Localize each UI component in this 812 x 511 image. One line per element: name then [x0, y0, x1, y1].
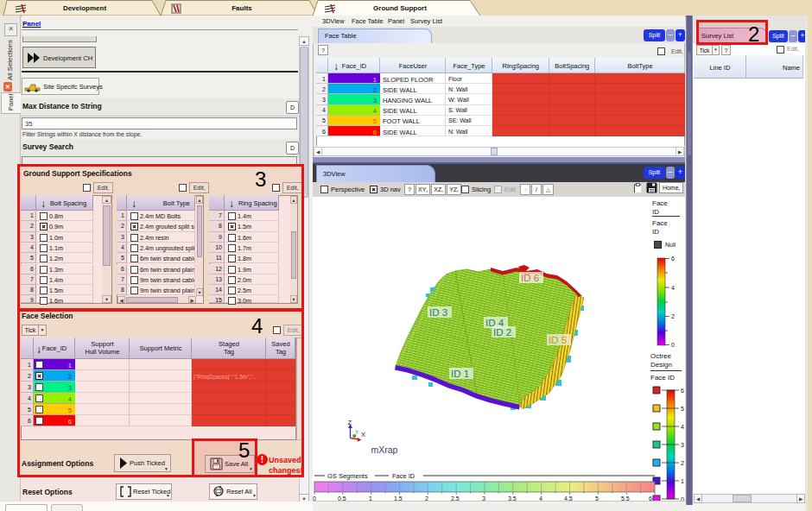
svg-text:6: 6 — [671, 256, 675, 262]
svg-text:2: 2 — [671, 313, 675, 319]
svg-text:ID 2: ID 2 — [493, 327, 511, 338]
svg-text:3: 3 — [681, 442, 684, 448]
svg-text:X: X — [361, 431, 365, 438]
svg-text:4: 4 — [681, 424, 684, 430]
svg-text:Z: Z — [348, 419, 352, 426]
svg-text:ID 6: ID 6 — [521, 273, 539, 283]
svg-text:mΧrap: mΧrap — [371, 445, 398, 455]
svg-text:5: 5 — [681, 406, 684, 412]
svg-text:ID 3: ID 3 — [429, 307, 447, 318]
svg-text:0: 0 — [671, 342, 675, 348]
svg-text:4: 4 — [671, 285, 675, 291]
svg-text:6: 6 — [681, 388, 684, 394]
svg-text:ID 1: ID 1 — [451, 369, 469, 379]
svg-text:ID 5: ID 5 — [549, 335, 567, 345]
svg-text:Face ID: Face ID — [392, 472, 416, 480]
svg-text:GS Segments: GS Segments — [327, 472, 368, 480]
svg-text:1: 1 — [681, 478, 684, 484]
svg-text:2: 2 — [681, 460, 684, 466]
